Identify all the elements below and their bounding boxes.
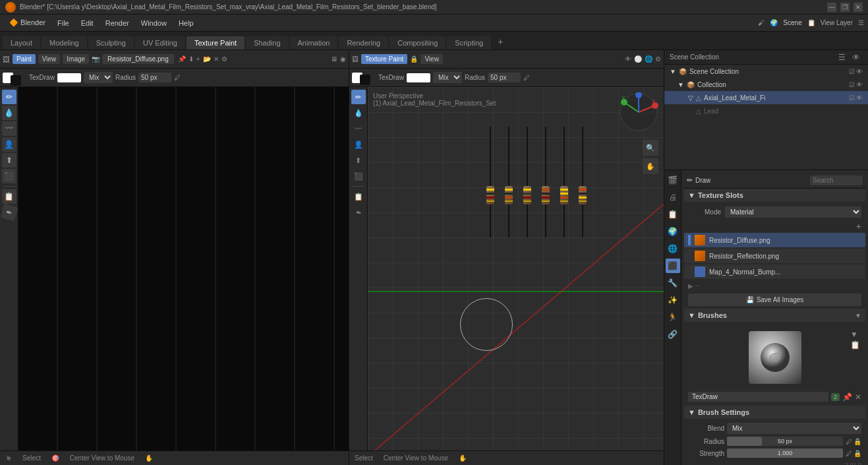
menu-edit[interactable]: Edit	[76, 18, 99, 28]
obj-check[interactable]: ☑	[849, 94, 855, 102]
menu-window[interactable]: Window	[136, 18, 172, 28]
minimize-button[interactable]: —	[827, 3, 836, 12]
menu-blender[interactable]: 🔶 Blender	[4, 17, 51, 28]
tab-uv-editing[interactable]: UV Editing	[135, 36, 185, 49]
outliner-lead[interactable]: △ Lead	[664, 104, 868, 117]
constraints-tab[interactable]: 🔗	[666, 327, 680, 342]
add-slot-button[interactable]: +	[856, 221, 861, 232]
tab-modeling[interactable]: Modeling	[42, 36, 87, 49]
outliner-collection[interactable]: ▼ 📦 Collection ☑ 👁	[664, 78, 868, 91]
world-properties-tab[interactable]: 🌐	[666, 241, 680, 256]
render-properties-tab[interactable]: 🎬	[666, 173, 680, 187]
physics-tab[interactable]: 🏃	[666, 310, 680, 325]
visibility-eye[interactable]: 👁	[856, 68, 863, 75]
mask-tool-button[interactable]: ⬛	[2, 169, 16, 183]
vp-transform-tool[interactable]: 📋	[351, 189, 366, 204]
vp-background-color[interactable]	[360, 75, 370, 85]
brush-settings-header[interactable]: ▼ Brush Settings	[684, 406, 865, 419]
vp-annotate-tool[interactable]: ✒	[349, 204, 367, 222]
scene-display[interactable]: Scene	[783, 19, 801, 26]
radius-input[interactable]	[138, 73, 171, 82]
obj-eye[interactable]: 👁	[856, 94, 863, 102]
collection-check[interactable]: ☑	[849, 81, 855, 88]
vp-mask-tool[interactable]: ⬛	[351, 169, 366, 183]
expand-slots[interactable]: ▶ ···	[684, 280, 865, 291]
radius-lock-icon[interactable]: 🔒	[854, 438, 861, 445]
tab-rendering[interactable]: Rendering	[339, 36, 388, 49]
viewport-view-btn[interactable]: View	[420, 54, 443, 64]
image-editor-canvas[interactable]	[18, 87, 349, 450]
brush-preview-expand[interactable]: ▼	[850, 330, 860, 339]
maximize-button[interactable]: ❐	[840, 3, 850, 12]
strength-slider[interactable]: 1.000	[727, 449, 843, 458]
blend-mode-dropdown[interactable]: Mix Add Subtract	[727, 423, 861, 434]
vp-brush-color[interactable]	[407, 73, 430, 82]
paint-mode-button[interactable]: Paint	[13, 54, 36, 64]
menu-file[interactable]: File	[52, 18, 74, 28]
zoom-gizmo[interactable]: 🔍	[643, 140, 658, 156]
texture-slots-section-header[interactable]: ▼ Texture Slots	[684, 189, 865, 202]
texture-slot-1[interactable]: Resistor_Diffuse.png	[684, 233, 865, 247]
strength-pen-icon[interactable]: 🖊	[846, 450, 852, 457]
fill-tool-button[interactable]: ⬆	[2, 153, 16, 168]
particles-tab[interactable]: ✨	[666, 293, 680, 307]
window-controls[interactable]: — ❐ ✕	[827, 3, 863, 12]
brush-pin-icon[interactable]: 📌	[842, 392, 852, 402]
collection-eye[interactable]: 👁	[856, 81, 863, 88]
pan-gizmo[interactable]: ✋	[643, 158, 658, 174]
texture-slot-3[interactable]: Map_4_Normal_Bump...	[684, 264, 865, 279]
menu-render[interactable]: Render	[100, 18, 134, 28]
3d-viewport[interactable]: User Perspective (1) Axial_Lead_Metal_Fi…	[368, 87, 664, 450]
tab-add-button[interactable]: +	[492, 34, 508, 49]
brushes-collapse[interactable]: ▼	[855, 312, 861, 319]
tab-layout[interactable]: Layout	[3, 36, 40, 49]
vp-draw-tool[interactable]: ✏	[351, 90, 366, 104]
outliner-scene-collection[interactable]: ▼ 📦 Scene Collection ☑ 👁	[664, 65, 868, 78]
tab-texture-paint[interactable]: Texture Paint	[187, 36, 245, 49]
radius-pen-icon[interactable]: 🖊	[846, 438, 852, 445]
brushes-section-header[interactable]: ▼ Brushes ▼	[684, 309, 865, 322]
view-layer-display[interactable]: View Layer	[821, 19, 853, 26]
background-color[interactable]	[11, 75, 21, 86]
texture-paint-mode-btn[interactable]: Texture Paint	[361, 54, 407, 64]
scene-properties-tab[interactable]: 🌍	[666, 224, 680, 239]
view-layer-tab[interactable]: 📋	[666, 207, 680, 222]
soften-tool-button[interactable]: 💧	[2, 106, 16, 120]
object-properties-tab[interactable]: ⬛	[666, 259, 680, 273]
modifier-properties-tab[interactable]: 🔧	[666, 276, 680, 290]
vp-soften-tool[interactable]: 💧	[351, 106, 366, 120]
properties-search[interactable]	[810, 175, 863, 185]
brush-name-input[interactable]	[688, 392, 828, 402]
vp-blend-select[interactable]: Mix	[433, 72, 462, 83]
tab-scripting[interactable]: Scripting	[447, 36, 491, 49]
exclude-icon[interactable]: ☑	[849, 68, 855, 75]
vp-radius-input[interactable]	[488, 73, 521, 82]
texture-slot-2[interactable]: Resistor_Reflection.png	[684, 249, 865, 263]
texture-mode-select[interactable]: Material	[725, 206, 861, 218]
brush-unlink-icon[interactable]: ✕	[855, 392, 861, 402]
image-menu-button[interactable]: Image	[63, 54, 89, 64]
blend-mode-select[interactable]: Mix	[84, 72, 113, 83]
tab-sculpting[interactable]: Sculpting	[88, 36, 134, 49]
strength-lock-icon[interactable]: 🔒	[854, 450, 861, 457]
draw-tool-button[interactable]: ✏	[2, 90, 16, 104]
vp-smear-tool[interactable]: 〰	[351, 121, 366, 136]
radius-slider[interactable]: 50 px	[727, 437, 843, 446]
output-properties-tab[interactable]: 🖨	[666, 190, 680, 204]
smear-tool-button[interactable]: 〰	[2, 121, 16, 136]
image-filename-display[interactable]: Resistor_Diffuse.png	[102, 54, 174, 64]
vp-clone-tool[interactable]: 👤	[351, 137, 366, 152]
brush-color-swatch[interactable]	[57, 73, 81, 82]
save-all-images-button[interactable]: 💾 Save All Images	[688, 294, 861, 306]
tab-compositing[interactable]: Compositing	[390, 36, 446, 49]
outliner-visibility-icon[interactable]: 👁	[850, 51, 863, 64]
outliner-filter-icon[interactable]: ☰	[835, 51, 848, 64]
transform-tool-button[interactable]: 📋	[2, 189, 16, 204]
vp-fill-tool[interactable]: ⬆	[351, 153, 366, 168]
tab-shading[interactable]: Shading	[246, 36, 288, 49]
menu-help[interactable]: Help	[173, 18, 199, 28]
brush-library-icon[interactable]: 📋	[850, 340, 860, 350]
tab-animation[interactable]: Animation	[290, 36, 338, 49]
outliner-object[interactable]: ▽ △ Axial_Lead_Metal_Fi ☑ 👁	[664, 91, 868, 104]
close-button[interactable]: ✕	[854, 3, 863, 12]
